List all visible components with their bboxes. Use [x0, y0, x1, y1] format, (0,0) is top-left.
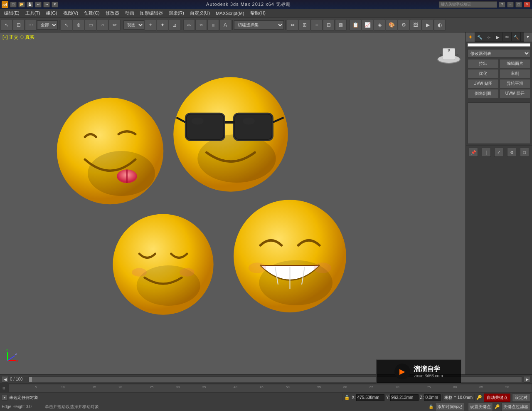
counter[interactable]: |||	[207, 19, 219, 31]
modifier-extrude[interactable]: 拉出	[468, 59, 499, 68]
set-keyframe-btn[interactable]: 设置关键点	[468, 403, 493, 411]
select-tool[interactable]: ↖	[1, 19, 12, 31]
lock-icon[interactable]: 🔒	[344, 395, 350, 400]
modifier-bevel-profile[interactable]: 倒角剖面	[468, 89, 499, 98]
select-obj[interactable]: ↖	[61, 19, 72, 31]
render-btn[interactable]: ▶	[422, 19, 433, 31]
coord-x-field: X:	[352, 394, 384, 401]
tab-hierarchy[interactable]: ⊹	[484, 32, 493, 42]
menu-animation[interactable]: 动画	[123, 9, 137, 17]
tick-60: 60	[343, 384, 347, 389]
select-region-tool[interactable]: ⊡	[13, 19, 25, 31]
menu-graph-editor[interactable]: 图形编辑器	[138, 9, 165, 17]
display-btn[interactable]: □	[520, 148, 529, 157]
maximize-btn[interactable]: □	[515, 2, 522, 7]
next-frame[interactable]: ▶	[524, 376, 530, 383]
tab-utilities[interactable]: 🔨	[512, 32, 521, 42]
set-key-btn[interactable]: 设定对	[512, 394, 530, 402]
key-filter-icon[interactable]: 🔑	[495, 404, 500, 409]
panel-expand[interactable]: ▼	[524, 32, 532, 42]
menu-customize[interactable]: 自定义(U)	[187, 9, 212, 17]
key-filter-btn[interactable]: 关键点过滤器	[501, 403, 530, 411]
schematic[interactable]: ◈	[374, 19, 385, 31]
select-circ[interactable]: ○	[97, 19, 108, 31]
menu-render[interactable]: 渲染(R)	[166, 9, 187, 17]
check-btn[interactable]: ✓	[494, 148, 503, 157]
prev-frame[interactable]: ◀	[2, 376, 8, 383]
key-icon[interactable]: 🔑	[476, 395, 482, 400]
tick-40: 40	[234, 384, 237, 389]
menu-maxscript[interactable]: MAXScript(M)	[213, 10, 246, 17]
search-bar[interactable]: 键入关键字或短语	[439, 1, 497, 8]
modifier-uvw-map[interactable]: UVW 贴图	[468, 79, 499, 88]
undo-btn[interactable]: ↩	[35, 2, 42, 7]
viewport-dropdown[interactable]: 视图	[123, 20, 144, 30]
select-rect[interactable]: ▭	[85, 19, 96, 31]
render-frame[interactable]: 🖼	[410, 19, 421, 31]
menu-modifier[interactable]: 修改器	[103, 9, 122, 17]
status-sep3	[474, 394, 475, 401]
align-tool[interactable]: ≡	[311, 19, 323, 31]
track-view[interactable]: 📈	[362, 19, 373, 31]
coord-y-input[interactable]	[390, 394, 419, 401]
timeline-thumb[interactable]	[29, 377, 32, 382]
layer-mgr[interactable]: 📋	[350, 19, 361, 31]
svg-rect-16	[235, 114, 271, 139]
lock-icon2[interactable]: 🔒	[429, 404, 433, 409]
coord-y-field: Y:	[386, 394, 419, 401]
open-btn[interactable]: 📂	[18, 2, 25, 7]
tab-modify[interactable]: 🔧	[475, 32, 484, 42]
menu-help[interactable]: 帮助(H)	[248, 9, 268, 17]
menu-tools[interactable]: 工具(T)	[23, 9, 43, 17]
minimize-btn[interactable]: –	[507, 2, 514, 7]
record-btn[interactable]: ●	[2, 395, 7, 401]
modifier-uvw-unwrap[interactable]: UVW 展开	[500, 89, 531, 98]
auto-key-btn[interactable]: 自动关键点	[484, 394, 510, 402]
tab-create[interactable]: ✦	[466, 32, 475, 42]
sep2	[122, 20, 122, 30]
snap-toggle[interactable]: ✦	[157, 19, 168, 31]
lasso-tool[interactable]: ⋯	[25, 19, 37, 31]
angle-snap[interactable]: ⊿	[169, 19, 180, 31]
tab-display[interactable]: 👁	[502, 32, 512, 42]
percent[interactable]: %	[195, 19, 207, 31]
coord-x-input[interactable]	[356, 394, 384, 401]
pin-btn[interactable]: 📌	[469, 148, 478, 157]
menu-view[interactable]: 视图(V)	[61, 9, 81, 17]
add-time-marker-btn[interactable]: 添加时间标记	[435, 403, 464, 411]
viewport[interactable]: [+] 正交 ◇ 真实	[0, 32, 466, 374]
menu-create[interactable]: 创建(C)	[81, 9, 102, 17]
material-editor[interactable]: 🎨	[386, 19, 397, 31]
help-icon-btn[interactable]: ?	[499, 2, 505, 7]
text-tool[interactable]: A	[219, 19, 231, 31]
coord-z-input[interactable]	[424, 394, 441, 401]
coord-tool[interactable]: +	[145, 19, 156, 31]
ruler-track[interactable]: 5 10 15 20 25 30 35 40 45 50 55 60 65 70…	[8, 384, 532, 393]
modifier-smooth[interactable]: 异轮平滑	[500, 79, 531, 88]
select-paint[interactable]: ✏	[109, 19, 121, 31]
array-tool[interactable]: ⊞	[299, 19, 310, 31]
settings-btn[interactable]: ⚙	[507, 148, 516, 157]
link-btn[interactable]: |	[482, 148, 491, 157]
active-shade[interactable]: ◐	[434, 19, 446, 31]
close-btn[interactable]: ✕	[524, 2, 530, 7]
menu-edit[interactable]: 编辑(E)	[2, 9, 22, 17]
mirror-tool[interactable]: ⇔	[287, 19, 298, 31]
render-setup[interactable]: ⚙	[398, 19, 409, 31]
filter-dropdown[interactable]: 全部	[37, 20, 58, 30]
save-btn[interactable]: 💾	[27, 2, 33, 7]
named-selection-set[interactable]: 切建选择集	[234, 20, 284, 30]
modifier-lathe[interactable]: 车削	[500, 69, 531, 78]
named-select[interactable]: 3.0	[183, 19, 195, 31]
spacing-tool[interactable]: ⊟	[323, 19, 335, 31]
tab-motion[interactable]: ▶	[493, 32, 502, 42]
modifier-edit-patch[interactable]: 编辑面片	[500, 59, 531, 68]
menu-group[interactable]: 组(G)	[44, 9, 60, 17]
select-move[interactable]: ⊕	[73, 19, 84, 31]
quick-align[interactable]: ⊠	[335, 19, 347, 31]
new-btn[interactable]: □	[10, 2, 17, 7]
modifier-list-dropdown[interactable]: 修改器列表	[468, 49, 530, 57]
modifier-optimize[interactable]: 优化	[468, 69, 499, 78]
redo-btn[interactable]: ↪	[43, 2, 50, 7]
more-btn[interactable]: ▼	[52, 2, 58, 7]
